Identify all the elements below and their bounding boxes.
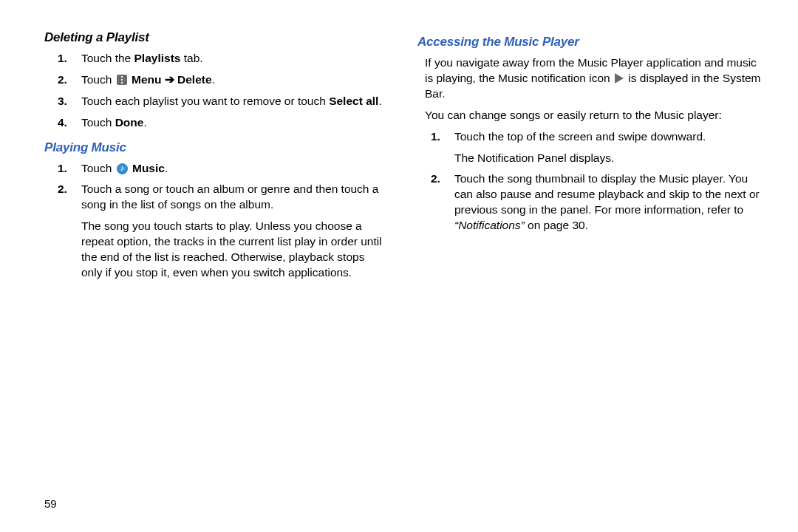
list-item: 2. Touch a song or touch an album or gen… (81, 182, 388, 281)
step-text: Touch Done. (81, 116, 147, 129)
step-number: 1. (58, 161, 67, 177)
right-column: Accessing the Music Player If you naviga… (403, 30, 761, 517)
heading-deleting-playlist: Deleting a Playlist (44, 30, 388, 47)
change-songs-line: You can change songs or easily return to… (425, 108, 761, 123)
step-text: Touch Menu ➔ Delete. (81, 73, 215, 86)
step-text: Touch the Playlists tab. (81, 52, 203, 64)
list-item: 1. Touch the Playlists tab. (81, 51, 388, 66)
list-item: 1. Touch the top of the screen and swipe… (454, 129, 761, 166)
step-number: 2. (431, 171, 440, 187)
deleting-steps-list: 1. Touch the Playlists tab. 2. Touch Men… (44, 51, 388, 131)
page-number: 59 (44, 497, 57, 510)
list-item: 1. Touch Music. (81, 161, 388, 177)
step-text: Touch the song thumbnail to display the … (454, 172, 760, 231)
step-number: 4. (58, 115, 67, 131)
step-text: Touch a song or touch an album or genre … (81, 182, 388, 281)
list-item: 4. Touch Done. (81, 115, 388, 131)
step-number: 3. (58, 94, 67, 109)
heading-playing-music: Playing Music (44, 140, 388, 157)
heading-accessing-music-player: Accessing the Music Player (417, 34, 761, 51)
accessing-steps-list: 1. Touch the top of the screen and swipe… (417, 129, 761, 234)
menu-icon (117, 75, 127, 85)
step-number: 1. (431, 129, 440, 145)
manual-page: Deleting a Playlist 1. Touch the Playlis… (0, 0, 798, 532)
list-item: 2. Touch Menu ➔ Delete. (81, 72, 388, 88)
music-app-icon (117, 163, 128, 174)
list-item: 2. Touch the song thumbnail to display t… (454, 171, 761, 233)
playing-steps-list: 1. Touch Music. 2. Touch a song or touch… (44, 161, 388, 281)
intro-paragraph: If you navigate away from the Music Play… (425, 55, 761, 102)
step-number: 1. (58, 51, 67, 66)
step-text: Touch Music. (81, 162, 168, 174)
step-number: 2. (58, 72, 67, 88)
left-column: Deleting a Playlist 1. Touch the Playlis… (44, 30, 403, 517)
step-text: Touch each playlist you want to remove o… (81, 95, 382, 107)
step-text: Touch the top of the screen and swipe do… (454, 129, 761, 166)
list-item: 3. Touch each playlist you want to remov… (81, 94, 388, 109)
play-icon (615, 73, 624, 83)
step-number: 2. (58, 182, 67, 197)
